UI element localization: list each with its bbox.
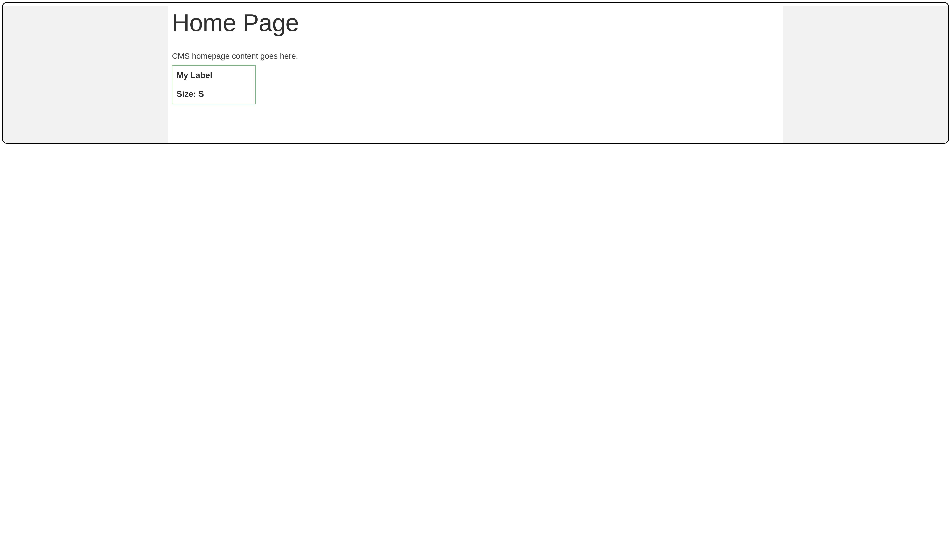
page-layout: Home Page CMS homepage content goes here… <box>3 6 948 143</box>
left-gutter <box>3 6 168 143</box>
widget-label: My Label <box>177 71 238 80</box>
page-frame: Home Page CMS homepage content goes here… <box>2 2 949 144</box>
right-gutter <box>783 6 948 143</box>
widget-preview: My Label Size: S <box>172 65 255 104</box>
main-content: Home Page CMS homepage content goes here… <box>168 6 783 143</box>
page-description: CMS homepage content goes here. <box>172 52 775 61</box>
widget-size: Size: S <box>177 89 238 99</box>
page-title: Home Page <box>172 9 775 36</box>
